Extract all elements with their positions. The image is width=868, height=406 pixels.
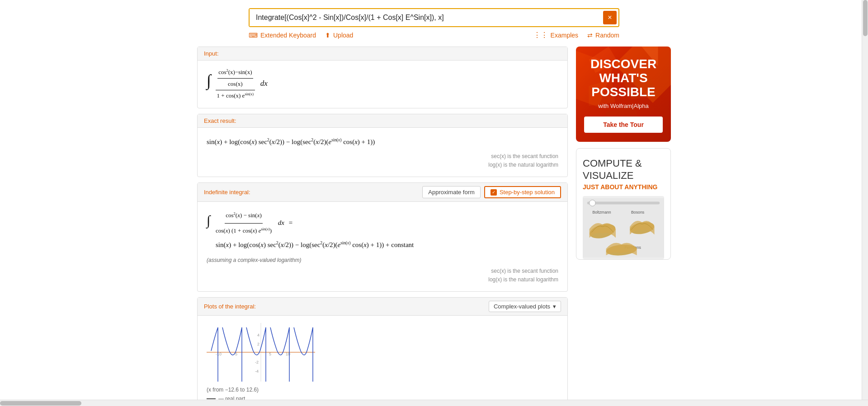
- keyboard-icon: ⌨: [249, 32, 258, 39]
- card-compute-title: COMPUTE & VISUALIZE: [583, 158, 664, 182]
- search-input[interactable]: [250, 9, 601, 26]
- main-layout: Input: ∫ cos2(x)−sin(x) cos(x): [0, 47, 868, 406]
- take-the-tour-button[interactable]: Take the Tour: [584, 117, 663, 133]
- step-by-step-button[interactable]: ✓ Step-by-step solution: [484, 186, 561, 198]
- sidebar-column: DISCOVER WHAT'S POSSIBLE with Wolfram|Al…: [576, 47, 671, 406]
- toolbar-right: ⋮⋮ Examples ⇄ Random: [533, 31, 619, 39]
- extended-keyboard-button[interactable]: ⌨ Extended Keyboard: [249, 32, 316, 39]
- right-scrollbar-thumb[interactable]: [863, 0, 868, 36]
- checkmark-icon: ✓: [492, 190, 495, 195]
- input-formula: ∫ cos2(x)−sin(x) cos(x) 1 + cos(x) esin(…: [207, 68, 558, 101]
- exact-result-pod-body: sin(x) + log(cos(x) sec2(x/2)) − log(sec…: [198, 128, 567, 177]
- results-column: Input: ∫ cos2(x)−sin(x) cos(x): [197, 47, 568, 406]
- input-pod-header: Input:: [198, 47, 567, 61]
- card-compute-image: Boltzmann Bosons Fermions: [583, 196, 664, 259]
- input-pod-body: ∫ cos2(x)−sin(x) cos(x) 1 + cos(x) esin(…: [198, 61, 567, 108]
- exact-result-pod: Exact result: sin(x) + log(cos(x) sec2(x…: [197, 114, 568, 177]
- upload-button[interactable]: ⬆ Upload: [325, 32, 353, 39]
- upload-icon: ⬆: [325, 32, 330, 39]
- svg-text:2: 2: [257, 342, 259, 346]
- svg-text:-4: -4: [255, 369, 259, 373]
- checkbox-icon: ✓: [491, 189, 497, 196]
- approximate-form-button[interactable]: Approximate form: [422, 186, 481, 198]
- card-compute-subtitle: JUST ABOUT ANYTHING: [583, 183, 664, 191]
- exact-result-pod-header: Exact result:: [198, 114, 567, 128]
- plots-pod-body: -10 -5 5 10 4 2 -2 -4: [198, 316, 567, 406]
- right-scrollbar[interactable]: [862, 0, 868, 400]
- bottom-scrollbar[interactable]: [0, 400, 868, 406]
- random-button[interactable]: ⇄ Random: [587, 31, 619, 39]
- indefinite-integral-pod-header: Indefinite integral: Approximate form ✓ …: [198, 183, 567, 202]
- grid-icon: ⋮⋮: [533, 31, 548, 39]
- indefinite-integral-pod: Indefinite integral: Approximate form ✓ …: [197, 182, 568, 292]
- indefinite-integral-pod-body: ∫ cos2(x) − sin(x) cos(x) (1 + cos(x) es…: [198, 202, 567, 291]
- sidebar-compute-card: COMPUTE & VISUALIZE JUST ABOUT ANYTHING …: [576, 148, 671, 260]
- plot-container: -10 -5 5 10 4 2 -2 -4: [207, 323, 315, 402]
- assume-note: (assuming a complex-valued logarithm): [207, 257, 558, 263]
- search-bar-wrapper: ×: [249, 8, 619, 27]
- search-clear-button[interactable]: ×: [603, 11, 617, 24]
- search-area: × ⌨ Extended Keyboard ⬆ Upload ⋮⋮ Exampl…: [0, 0, 868, 39]
- complex-valued-plots-dropdown[interactable]: Complex-valued plots ▾: [489, 301, 561, 312]
- plots-pod: Plots of the integral: Complex-valued pl…: [197, 297, 568, 406]
- svg-point-19: [590, 200, 596, 206]
- sidebar-discover-card: DISCOVER WHAT'S POSSIBLE with Wolfram|Al…: [576, 47, 671, 142]
- random-icon: ⇄: [587, 32, 593, 39]
- legend-line-real: [207, 398, 216, 399]
- exact-result-formula: sin(x) + log(cos(x) sec2(x/2)) − log(sec…: [207, 135, 558, 149]
- examples-button[interactable]: ⋮⋮ Examples: [533, 31, 578, 39]
- svg-text:4: 4: [257, 333, 259, 337]
- card-red-title: DISCOVER WHAT'S POSSIBLE: [584, 57, 663, 99]
- pod-buttons: Approximate form ✓ Step-by-step solution: [422, 186, 561, 198]
- toolbar: ⌨ Extended Keyboard ⬆ Upload ⋮⋮ Examples…: [249, 31, 619, 39]
- card-red-subtitle: with Wolfram|Alpha: [584, 103, 663, 109]
- chevron-down-icon: ▾: [553, 303, 556, 310]
- svg-text:Bosons: Bosons: [631, 210, 645, 215]
- input-pod: Input: ∫ cos2(x)−sin(x) cos(x): [197, 47, 568, 108]
- plots-header-right: Complex-valued plots ▾: [489, 301, 561, 312]
- svg-text:-2: -2: [255, 360, 259, 364]
- compute-visual-svg: Boltzmann Bosons Fermions: [583, 197, 664, 258]
- plot-area: -10 -5 5 10 4 2 -2 -4: [207, 323, 558, 402]
- svg-text:Boltzmann: Boltzmann: [592, 210, 611, 215]
- bottom-scrollbar-thumb[interactable]: [0, 401, 81, 406]
- svg-rect-18: [587, 201, 660, 204]
- indefinite-integral-formula: ∫ cos2(x) − sin(x) cos(x) (1 + cos(x) es…: [207, 209, 558, 252]
- plot-caption: (x from −12.6 to 12.6): [207, 387, 315, 393]
- exact-result-note: sec(x) is the secant function log(x) is …: [207, 152, 558, 169]
- toolbar-left: ⌨ Extended Keyboard ⬆ Upload: [249, 32, 533, 39]
- plot-svg: -10 -5 5 10 4 2 -2 -4: [207, 323, 315, 382]
- plots-pod-header: Plots of the integral: Complex-valued pl…: [198, 298, 567, 316]
- indefinite-integral-note: sec(x) is the secant function log(x) is …: [207, 267, 558, 284]
